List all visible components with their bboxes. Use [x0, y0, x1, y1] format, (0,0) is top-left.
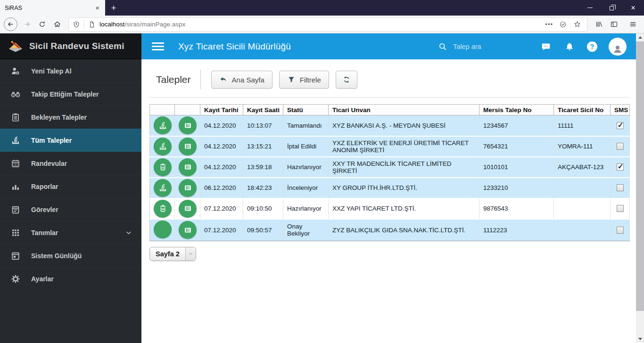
- detail-list-button[interactable]: [179, 179, 197, 197]
- restore-icon: [610, 6, 614, 10]
- column-header: Statü: [283, 105, 329, 115]
- stack-action-button[interactable]: [154, 116, 172, 134]
- home-icon: [53, 20, 61, 28]
- column-header: Ticaret Sicil No: [554, 105, 611, 115]
- detail-list-button[interactable]: [179, 221, 197, 239]
- statu-cell: Tamamlandı: [283, 115, 329, 136]
- sidebar-item-randevular[interactable]: Randevular: [0, 152, 141, 175]
- detail-list-button[interactable]: [179, 158, 197, 176]
- scrollbar[interactable]: [636, 33, 644, 343]
- tab-close-icon[interactable]: ×: [94, 4, 100, 12]
- forward-button[interactable]: [19, 17, 34, 32]
- url-bar[interactable]: localhost/siras/mainPage.aspx •••: [68, 17, 587, 32]
- reload-button[interactable]: [34, 17, 50, 32]
- sms-checkbox[interactable]: [617, 122, 624, 129]
- search-input[interactable]: [453, 43, 510, 50]
- gear-icon: [10, 274, 21, 284]
- ticaret-sicil-no-cell: 11111: [554, 115, 611, 136]
- home-page-button[interactable]: Ana Sayfa: [211, 71, 272, 89]
- stack-icon: [158, 141, 168, 151]
- kayit-saati-cell: 10:13:07: [243, 115, 283, 136]
- library-button[interactable]: [591, 17, 606, 32]
- refresh-button[interactable]: [336, 71, 357, 89]
- sms-checkbox[interactable]: [617, 205, 624, 212]
- trash-icon: [158, 162, 168, 172]
- sidebar-item-yeni-talep-al[interactable]: Yeni Talep Al: [0, 59, 141, 82]
- mersis-talep-no-cell: 1233210: [479, 178, 554, 198]
- empty-circle-button[interactable]: [154, 220, 172, 238]
- shield-icon[interactable]: [73, 21, 80, 28]
- notifications-button[interactable]: [563, 41, 576, 53]
- pocket-icon[interactable]: [557, 18, 569, 31]
- mersis-talep-no-cell: 1010101: [479, 157, 554, 178]
- browser-titlebar: SiRAS × + ×: [0, 0, 644, 16]
- sidebar-item-bekleyen-talepler[interactable]: Bekleyen Talepler: [0, 106, 141, 129]
- minimize-button[interactable]: [579, 0, 601, 16]
- page-actions-icon[interactable]: •••: [543, 21, 555, 28]
- back-button[interactable]: [4, 17, 17, 31]
- bookmark-star-icon[interactable]: [571, 18, 583, 31]
- ticaret-sicil-no-cell: YOMRA-111: [554, 136, 611, 157]
- browser-menu-button[interactable]: [625, 17, 640, 32]
- trash-action-button[interactable]: [154, 200, 172, 218]
- page-select[interactable]: Sayfa 2: [149, 247, 196, 261]
- sidebar-item-sistem-gunlugu[interactable]: Sistem Günlüğü: [0, 244, 141, 267]
- browser-navbar: localhost/siras/mainPage.aspx •••: [0, 16, 644, 33]
- search-icon[interactable]: [438, 42, 447, 51]
- user-avatar[interactable]: [609, 38, 627, 56]
- sidebar-item-ayarlar[interactable]: Ayarlar: [0, 267, 141, 290]
- close-button[interactable]: ×: [622, 0, 644, 16]
- scrollbar-up-button[interactable]: [636, 33, 644, 41]
- scrollbar-thumb[interactable]: [636, 41, 644, 311]
- statu-cell: Hazırlanıyor: [283, 198, 329, 219]
- list-icon: [183, 225, 193, 235]
- detail-list-button[interactable]: [179, 200, 197, 218]
- trash-action-button[interactable]: [154, 158, 172, 176]
- stack-action-button[interactable]: [154, 138, 172, 155]
- detail-list-button[interactable]: [179, 138, 197, 155]
- scrollbar-down-button[interactable]: [636, 335, 644, 343]
- messages-button[interactable]: [540, 41, 552, 53]
- reply-arrow-icon: [219, 75, 228, 84]
- pocket-check-icon: [559, 21, 567, 28]
- sms-checkbox[interactable]: [617, 227, 624, 234]
- restore-button[interactable]: [601, 0, 622, 16]
- window-controls: ×: [579, 0, 644, 16]
- sidebar: Sicil Randevu Sistemi Yeni Talep Al Taki…: [0, 33, 141, 343]
- new-tab-button[interactable]: +: [105, 0, 122, 16]
- sms-checkbox[interactable]: [617, 143, 624, 150]
- kayit-saati-cell: 13:15:21: [243, 136, 283, 157]
- library-icon: [595, 20, 603, 28]
- menu-toggle-icon[interactable]: [152, 42, 164, 50]
- calendar-grid-icon: [10, 158, 21, 169]
- ticari-unvan-cell: XXY TR MADENCİLİK TİCARET LİMİTED ŞİRKET…: [329, 157, 479, 178]
- filter-button[interactable]: Filtrele: [279, 71, 329, 89]
- sidebar-item-raporlar[interactable]: Raporlar: [0, 175, 141, 198]
- sidebar-item-tanimlar[interactable]: Tanımlar: [0, 221, 141, 244]
- stack-action-button[interactable]: [154, 179, 172, 197]
- sidebar-item-label: Yeni Talep Al: [31, 67, 72, 75]
- sms-checkbox[interactable]: [617, 184, 624, 191]
- sms-checkbox[interactable]: [617, 163, 624, 171]
- kayit-saati-cell: 18:42:23: [243, 178, 283, 198]
- calendar-lines-icon: [10, 204, 21, 215]
- sidebar-item-gorevler[interactable]: Görevler: [0, 198, 141, 221]
- table-row: 04.12.2020 13:15:21 İptal Edildi YXZ ELE…: [150, 136, 630, 157]
- sidebar-toggle-button[interactable]: [606, 17, 621, 32]
- table-row: 04.12.2020 10:13:07 Tamamlandı XYZ BANKA…: [150, 115, 630, 136]
- hamburger-icon: [629, 20, 637, 28]
- sidebar-item-tum-talepler[interactable]: Tüm Talepler: [0, 129, 141, 152]
- person-gear-icon: [10, 66, 21, 76]
- grid-icon: [10, 228, 21, 238]
- stack-icon: [10, 135, 21, 146]
- detail-list-button[interactable]: [179, 116, 197, 134]
- browser-tab[interactable]: SiRAS ×: [0, 0, 105, 16]
- sidebar-item-takip-ettigim-talepler[interactable]: Takip Ettiğim Talepler: [0, 82, 141, 106]
- binoculars-icon: [10, 89, 21, 99]
- home-button[interactable]: [50, 17, 65, 32]
- help-button[interactable]: ?: [587, 41, 597, 52]
- content-divider: [149, 97, 629, 98]
- ticari-unvan-cell: XYZ BANKASI A.Ş. - MEYDAN ŞUBESİ: [329, 115, 479, 136]
- pagination: Sayfa 2: [149, 247, 629, 261]
- page-icon[interactable]: [88, 21, 96, 28]
